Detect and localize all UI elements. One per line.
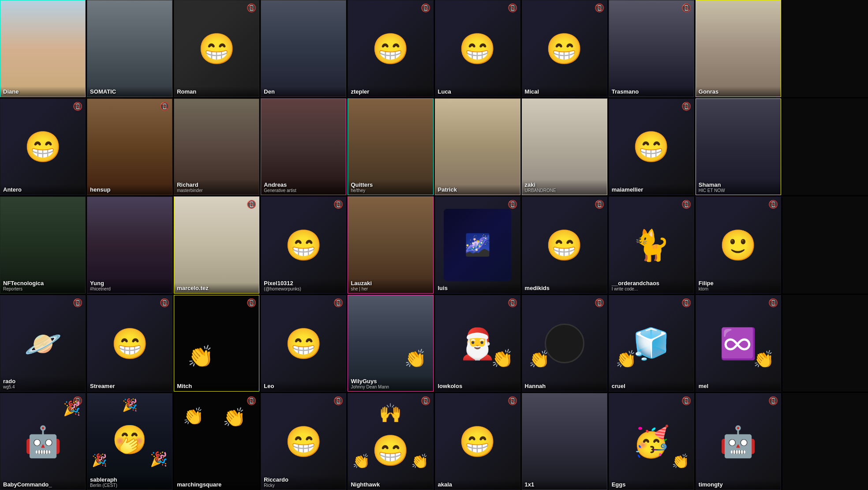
emoji-baby: 🤖 (24, 426, 62, 456)
emoji-order: 🐈 (632, 230, 670, 260)
mute-icon-roman: 📵 (247, 3, 256, 13)
label-yung: Yung #hicetnerd (87, 278, 172, 293)
label-zaki: zaki URBANDRONE (522, 180, 607, 195)
label-patrick: Patrick (435, 185, 520, 195)
label-sableraph: sableraph Berlin (CEST) (87, 475, 172, 490)
cell-antero[interactable]: 📵 😁 Antero (0, 98, 86, 196)
emoji-cruel: 🧊 (632, 328, 670, 358)
label-gonras: Gonras (696, 87, 781, 97)
cell-timongty[interactable]: 📵 🤖 timongty (696, 393, 781, 490)
cell-roman[interactable]: 📵 😁 Roman (174, 0, 259, 97)
mute-icon-lowkolos: 📵 (508, 298, 517, 308)
cell-empty5 (782, 393, 868, 490)
cell-zaki[interactable]: zaki URBANDRONE (522, 98, 607, 196)
mute-icon-mel: 📵 (768, 298, 778, 308)
cell-shaman[interactable]: Shaman HIC ET NOW (696, 98, 781, 196)
label-trasmano: Trasmano (609, 87, 694, 97)
cell-ztepler[interactable]: 📵 😁 ztepler (348, 0, 433, 97)
label-roman: Roman (174, 87, 259, 97)
cell-trasmano[interactable]: 📵 Trasmano (609, 0, 694, 97)
cell-empty1 (782, 0, 868, 97)
cell-nftecnologica[interactable]: NFTecnologica Reporters (0, 196, 86, 294)
cell-andreas[interactable]: Andreas Generative artist (261, 98, 346, 196)
cell-diane[interactable]: Diane (0, 0, 86, 97)
cell-pixel[interactable]: 📵 😁 Pixel10312 (@homeworpunks) (261, 196, 346, 294)
mute-icon-antero: 📵 (73, 102, 82, 111)
cell-somatic[interactable]: SOMATIC (87, 0, 172, 97)
emoji-leo: 😁 (285, 328, 322, 358)
cell-medikids[interactable]: 📵 😁 medikids (522, 196, 607, 294)
mute-icon-tim: 📵 (768, 396, 778, 406)
cell-maiamellier[interactable]: 📵 😁 maiamellier (609, 98, 694, 196)
cell-yung[interactable]: Yung #hicetnerd (87, 196, 172, 294)
cell-hannah[interactable]: 📵 👏 Hannah (522, 295, 607, 392)
cell-den[interactable]: Den (261, 0, 346, 97)
cell-1x1[interactable]: 1x1 (522, 393, 607, 490)
cell-marcelo[interactable]: 📵 marcelo.tez (174, 196, 259, 294)
label-maiamellier: maiamellier (609, 185, 694, 195)
label-riccardo: Riccardo Ricky (261, 475, 346, 490)
mute-icon-hannah: 📵 (595, 298, 604, 308)
mute-icon-luis: 📵 (508, 200, 517, 209)
cell-leo[interactable]: 📵 😁 Leo (261, 295, 346, 392)
label-hensup: hensup (87, 185, 172, 195)
mute-icon-mical: 📵 (595, 3, 604, 13)
cell-luis[interactable]: 📵 🌌 luis (435, 196, 520, 294)
label-den: Den (261, 87, 346, 97)
label-pixel: Pixel10312 (@homeworpunks) (261, 278, 346, 293)
label-eggs: Eggs (609, 479, 694, 490)
cell-rado[interactable]: 📵 🪐 rado wg5.4 (0, 295, 86, 392)
cell-akala[interactable]: 📵 😁 akala (435, 393, 520, 490)
label-nftecnologica: NFTecnologica Reporters (0, 278, 85, 293)
label-akala: akala (435, 479, 520, 490)
cell-riccardo[interactable]: 📵 😁 Riccardo Ricky (261, 393, 346, 490)
emoji-maia: 😁 (632, 132, 670, 162)
cell-eggs[interactable]: 📵 🥳 👏 Eggs (609, 393, 694, 490)
label-mitch: Mitch (174, 381, 259, 391)
cell-filipe[interactable]: 📵 🙂 Filipe ktorn (696, 196, 781, 294)
mute-icon-pixel: 📵 (333, 200, 343, 209)
cell-wilyguys[interactable]: 👏 WilyGuys Johnny Dean Mann (348, 295, 433, 392)
cell-quitters[interactable]: Quitters he/they (348, 98, 433, 196)
mute-icon-trasmano: 📵 (681, 3, 691, 13)
cell-lowkolos[interactable]: 📵 🎅 👏 lowkolos (435, 295, 520, 392)
mute-icon-maia: 📵 (681, 102, 691, 111)
label-medikids: medikids (522, 283, 607, 293)
emoji-tim: 🤖 (719, 426, 757, 456)
cell-cruel[interactable]: 📵 🧊 👏 cruel (609, 295, 694, 392)
cell-patrick[interactable]: Patrick (435, 98, 520, 196)
mute-icon-ztepler: 📵 (421, 3, 430, 13)
cell-mitch[interactable]: 📵 👏 Mitch (174, 295, 259, 392)
emoji-mel: ♾️ (719, 328, 757, 358)
cell-lauzaki[interactable]: Lauzaki she | her (348, 196, 433, 294)
mute-icon-medi: 📵 (595, 200, 604, 209)
label-lowkolos: lowkolos (435, 381, 520, 391)
label-antero: Antero (0, 185, 85, 195)
mute-icon-eggs: 📵 (681, 396, 691, 406)
emoji-mical: 😁 (546, 34, 583, 64)
mute-icon-luca: 📵 (508, 3, 517, 13)
cell-streamer[interactable]: 📵 😁 Streamer (87, 295, 172, 392)
cell-orderandchaos[interactable]: 📵 🐈 __orderandchaos I write code... (609, 196, 694, 294)
label-ztepler: ztepler (348, 87, 433, 97)
label-wilyguys: WilyGuys Johnny Dean Mann (348, 376, 433, 391)
cell-marchingsquare[interactable]: 📵 👏 👏 marchingsquare (174, 393, 259, 490)
cell-hensup[interactable]: 📵 hensup (87, 98, 172, 196)
cell-babycommando[interactable]: 📵 🤖 🎉 BabyCommando_ (0, 393, 86, 490)
label-lauzaki: Lauzaki she | her (348, 278, 433, 293)
cell-nighthawk[interactable]: 📵 🙌 😁 👏 👏 Nighthawk (348, 393, 433, 490)
mute-icon-mitch: 📵 (247, 298, 256, 308)
label-diane: Diane (0, 87, 85, 97)
cell-mical[interactable]: 📵 😁 Mical (522, 0, 607, 97)
cell-mel[interactable]: 📵 ♾️ 👏 mel (696, 295, 781, 392)
cell-richard[interactable]: Richard masterbinder (174, 98, 259, 196)
label-mical: Mical (522, 87, 607, 97)
mute-icon-hensup: 📵 (160, 102, 169, 111)
label-mel: mel (696, 381, 781, 391)
label-1x1: 1x1 (522, 479, 607, 490)
cell-sableraph[interactable]: 🤭 🎉 🎉 🎉 sableraph Berlin (CEST) (87, 393, 172, 490)
cell-luca[interactable]: 📵 😁 Luca (435, 0, 520, 97)
emoji-rado: 🪐 (24, 328, 62, 358)
cell-gonras[interactable]: Gonras (696, 0, 781, 97)
label-luca: Luca (435, 87, 520, 97)
